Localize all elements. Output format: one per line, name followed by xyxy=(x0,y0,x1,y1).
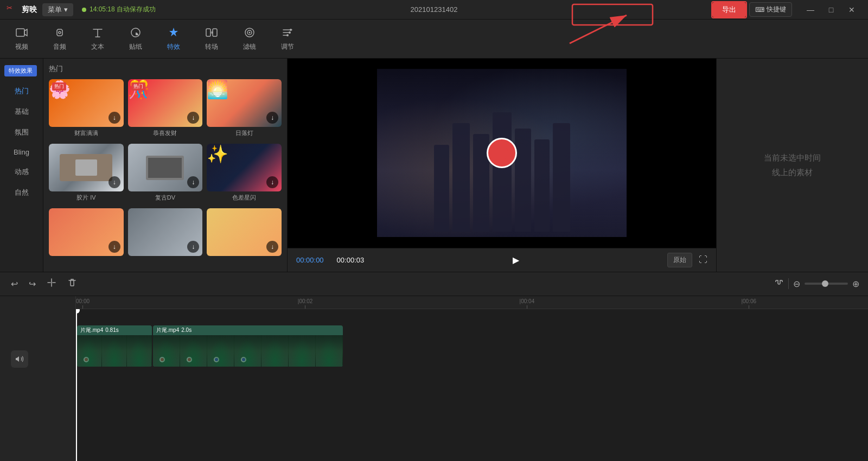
volume-track-label xyxy=(11,350,28,368)
download-icon-riluo[interactable]: ↓ xyxy=(266,112,278,124)
clip-second-duration: 2.0s xyxy=(181,327,192,333)
frame-s6 xyxy=(289,335,316,367)
export-button[interactable]: 导出 xyxy=(712,2,746,17)
clip-first[interactable]: 片尾.mp4 0.81s xyxy=(77,325,152,367)
effect-thumb-riluo: 🌅 ↓ xyxy=(207,79,282,127)
effect-name-fugu: 复古DV xyxy=(128,194,203,204)
effect-item-jiaopian[interactable]: ↓ 胶片 IV xyxy=(49,144,124,204)
effect-thumb-caicai: 热门 🌸 ↓ xyxy=(49,79,124,127)
sidebar-item-bling[interactable]: Bling xyxy=(0,143,43,162)
sidebar-item-nature[interactable]: 自然 xyxy=(0,182,43,203)
toolbar-item-text[interactable]: 文本 xyxy=(87,23,108,55)
effect-name-caicai: 财富满满 xyxy=(49,129,124,139)
effect-item-caicai[interactable]: 热门 🌸 ↓ 财富满满 xyxy=(49,79,124,139)
close-button[interactable]: ✕ xyxy=(842,2,861,17)
clip-second-header: 片尾.mp4 2.0s xyxy=(153,325,343,335)
delete-button[interactable] xyxy=(65,276,79,292)
effect-badge-caicai: 热门 xyxy=(52,82,66,91)
toolbar-item-filter[interactable]: 滤镜 xyxy=(239,23,260,55)
delete-icon xyxy=(67,278,77,287)
transition-icon xyxy=(206,27,218,40)
clip-first-strip xyxy=(77,335,152,367)
maximize-button[interactable]: □ xyxy=(821,2,841,17)
zoom-in-button[interactable]: ⊕ xyxy=(852,279,859,289)
download-icon-partial2[interactable]: ↓ xyxy=(187,241,199,253)
record-inner xyxy=(495,146,508,159)
download-icon-gongxi[interactable]: ↓ xyxy=(187,112,199,124)
sidebar-item-dynamic[interactable]: 动感 xyxy=(0,162,43,182)
timeline-ruler: 00:00 |00:02 |00:04 |00:06 xyxy=(76,296,868,309)
split-button[interactable] xyxy=(44,276,59,292)
fullscreen-button[interactable]: ⛶ xyxy=(699,255,707,265)
original-button[interactable]: 原始 xyxy=(667,253,692,267)
redo-button[interactable]: ↪ xyxy=(27,277,38,291)
autosave-status: 14:05:18 自动保存成功 xyxy=(82,5,156,14)
titlebar: ✂ 剪映 菜单 ▾ 14:05:18 自动保存成功 202101231402 导… xyxy=(0,0,868,20)
effect-item-partial1[interactable]: ↓ xyxy=(49,208,124,260)
svg-point-9 xyxy=(289,31,291,34)
shortcut-button[interactable]: ⌨ 快捷键 xyxy=(749,2,792,17)
menu-button[interactable]: 菜单 ▾ xyxy=(42,3,73,16)
ruler-tick-3 xyxy=(749,305,749,309)
download-icon-sechai[interactable]: ↓ xyxy=(266,176,278,188)
clip-first-frames xyxy=(77,335,152,367)
frame-s5 xyxy=(261,335,289,367)
sidebar-tag: 特效效果 xyxy=(4,65,37,76)
undo-button[interactable]: ↩ xyxy=(9,277,20,291)
effect-item-riluo[interactable]: 🌅 ↓ 日落灯 xyxy=(207,79,282,139)
download-icon-partial1[interactable]: ↓ xyxy=(108,241,120,253)
effect-item-fugu[interactable]: ↓ 复古DV xyxy=(128,144,203,204)
playhead-head xyxy=(76,309,80,313)
project-title: 202101231402 xyxy=(411,5,458,14)
toolbar-item-audio[interactable]: 音频 xyxy=(49,23,71,55)
zoom-out-button[interactable]: ⊖ xyxy=(793,279,800,289)
toolbar-item-sticker[interactable]: 贴纸 xyxy=(125,23,146,55)
frame-s7 xyxy=(316,335,343,367)
main-layout: 特效效果 热门 基础 氛围 Bling 动感 自然 xyxy=(0,59,868,461)
dot-marker-blue-s4 xyxy=(241,357,246,362)
minimize-button[interactable]: — xyxy=(801,2,820,17)
effect-badge-gongxi: 热门 xyxy=(131,82,145,91)
zoom-slider[interactable] xyxy=(805,283,848,285)
sidebar-item-basic[interactable]: 基础 xyxy=(0,101,43,122)
adjust-icon xyxy=(282,27,293,40)
frame-s1 xyxy=(153,335,180,367)
video-preview xyxy=(288,59,716,248)
effect-item-partial3[interactable]: ↓ xyxy=(207,208,282,260)
sidebar-item-hot[interactable]: 热门 xyxy=(0,81,43,101)
ruler-label-0: 00:00 xyxy=(76,298,90,304)
menu-chevron-icon: ▾ xyxy=(64,5,68,14)
svg-point-8 xyxy=(290,29,292,31)
effect-thumb-partial3: ↓ xyxy=(207,208,282,256)
effect-item-sechai[interactable]: ✨ ↓ 色差星闪 xyxy=(207,144,282,204)
sticker-icon xyxy=(130,27,142,40)
time-total: 00:00:03 xyxy=(337,256,365,264)
play-button[interactable]: ▶ xyxy=(508,253,524,267)
window-controls: — □ ✕ xyxy=(801,2,861,17)
effect-thumb-jiaopian: ↓ xyxy=(49,144,124,191)
download-icon-jiaopian[interactable]: ↓ xyxy=(108,176,120,188)
download-icon-caicai[interactable]: ↓ xyxy=(108,112,120,124)
effect-item-gongxi[interactable]: 热门 🎊 ↓ 恭喜发财 xyxy=(128,79,203,139)
effect-item-partial2[interactable]: ↓ xyxy=(128,208,203,260)
preview-controls: 00:00:00 00:00:03 ▶ 原始 ⛶ xyxy=(288,248,716,272)
no-selection-text: 当前未选中时间线上的素材 xyxy=(764,150,821,180)
app-name: 剪映 xyxy=(22,5,37,15)
sidebar-item-atmosphere[interactable]: 氛围 xyxy=(0,122,43,143)
toolbar-item-effects[interactable]: 特效 xyxy=(163,23,184,55)
ruler-mark-2: |00:04 xyxy=(520,298,535,309)
clip-second[interactable]: 片尾.mp4 2.0s xyxy=(153,325,343,367)
download-icon-partial3[interactable]: ↓ xyxy=(266,241,278,253)
toolbar-item-video[interactable]: 视频 xyxy=(11,23,33,55)
titlebar-right: 导出 ⌨ 快捷键 — □ ✕ xyxy=(711,1,861,18)
left-panel: 特效效果 热门 基础 氛围 Bling 动感 自然 xyxy=(0,59,288,272)
magnet-icon[interactable] xyxy=(774,278,784,290)
playhead xyxy=(76,309,77,461)
frame-s2 xyxy=(180,335,207,367)
tracks-area: 片尾.mp4 0.81s xyxy=(76,309,868,461)
toolbar-item-transition[interactable]: 转场 xyxy=(201,23,222,55)
volume-button[interactable] xyxy=(11,350,28,368)
toolbar-item-adjust[interactable]: 调节 xyxy=(277,23,298,55)
effects-grid: 热门 🌸 ↓ 财富满满 热门 🎊 ↓ 恭喜发财 xyxy=(49,79,282,260)
ruler-mark-1: |00:02 xyxy=(298,298,313,309)
